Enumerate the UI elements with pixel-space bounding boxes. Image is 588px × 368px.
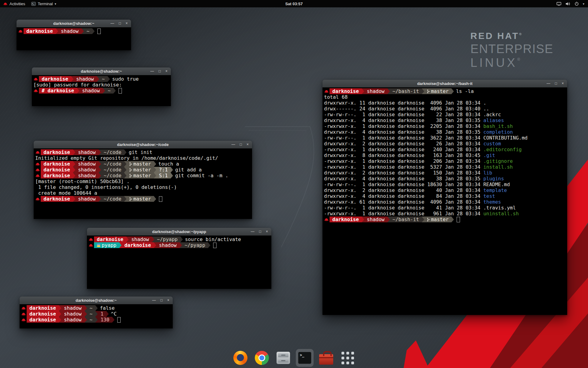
minimize-button[interactable]: — (232, 141, 235, 148)
close-button[interactable]: × (165, 67, 168, 75)
activities-button[interactable]: Activities (0, 0, 28, 7)
powerline-separator (124, 161, 126, 167)
file-name: .editorconfig (483, 147, 522, 152)
dock-chrome[interactable] (253, 349, 271, 367)
power-icon[interactable] (575, 2, 579, 6)
terminal-window[interactable]: darknoise@shadow:~/bash-it — □ × darknoi… (322, 80, 567, 315)
terminal-content[interactable]: darknoiseshadow~/bash-itmasterls -latota… (322, 87, 567, 315)
brand-linux-text: LINUX (470, 56, 517, 69)
titlebar[interactable]: darknoise@shadow:~/bash-it — □ × (322, 80, 567, 88)
toolbox-icon (319, 354, 333, 365)
minimize-button[interactable]: — (150, 67, 154, 75)
maximize-button[interactable]: □ (555, 80, 557, 87)
terminal-line: drwxrwxr-x. 2 darknoise darknoise 26 Jan… (324, 141, 567, 147)
terminal-line: -rwxrwxr-x. 1 darknoise darknoise 206 Ja… (324, 158, 567, 164)
terminal-line: drwxrwxr-x. 2 darknoise darknoise 40 Jan… (324, 187, 567, 193)
minimize-button[interactable]: — (152, 297, 156, 304)
minimize-button[interactable]: — (111, 20, 114, 27)
prompt-segment-user: darknoise (41, 173, 73, 178)
prompt-segment-user: darknoise (27, 311, 59, 317)
dock-firefox[interactable] (232, 349, 249, 367)
titlebar[interactable]: darknoise@shadow:~/pyapp — □ × (87, 228, 271, 236)
output-text: drwxrwxr-x. 4 darknoise darknoise 38 Jan… (324, 176, 483, 182)
terminal-window[interactable]: darknoise@shadow:~ — □ × darknoiseshadow… (17, 20, 131, 50)
redhat-prompt-icon (89, 243, 93, 247)
prompt-segment-path: ~ (99, 76, 108, 82)
powerline-separator (99, 196, 101, 202)
prompt-segment-git: master (424, 88, 451, 94)
desktop: RED HAT® ENTERPRISE LINUX® Activities Te… (0, 0, 588, 368)
close-button[interactable]: × (266, 228, 268, 236)
output-text: drwxrwxr-x. 61 darknoise darknoise 4096 … (324, 199, 483, 205)
powerline-separator (154, 161, 156, 167)
terminal-content[interactable]: darknoiseshadow~falsedarknoiseshadow~1^C… (20, 304, 173, 328)
file-name: .git (483, 152, 495, 158)
terminal-content[interactable]: darknoiseshadow~/codegit initInitialized… (34, 148, 252, 219)
close-button[interactable]: × (167, 297, 169, 304)
file-name: completion (483, 129, 513, 135)
terminal-content[interactable]: darknoiseshadow~ (17, 27, 131, 50)
output-text: drwxrwxr-x. 11 darknoise darknoise 4096 … (324, 100, 483, 106)
dock-files[interactable] (274, 349, 292, 367)
titlebar[interactable]: darknoise@shadow:~ — □ × (32, 67, 171, 75)
titlebar[interactable]: darknoise@shadow:~ — □ × (20, 297, 173, 305)
output-text: -rwxrwxr-x. 1 darknoise darknoise 961 Ja… (324, 211, 483, 217)
maximize-button[interactable]: □ (160, 297, 163, 304)
terminal-line: -rw-rw-r--. 1 darknoise darknoise 41 Jan… (324, 205, 567, 211)
output-text: create mode 100644 a (35, 190, 97, 196)
terminal-window[interactable]: darknoise@shadow:~ — □ × darknoiseshadow… (20, 297, 173, 328)
powerline-separator (73, 173, 75, 178)
terminal-window[interactable]: darknoise@shadow:~/pyapp — □ × darknoise… (87, 228, 271, 289)
terminal-content[interactable]: darknoiseshadow~sudo true[sudo] password… (32, 75, 171, 106)
brand-redhat: RED HAT® (470, 31, 553, 41)
titlebar[interactable]: darknoise@shadow:~/code — □ × (34, 141, 252, 149)
dock-toolbox[interactable] (317, 349, 335, 367)
powerline-separator (59, 311, 61, 317)
close-button[interactable]: × (126, 20, 128, 27)
registered-mark: ® (517, 57, 520, 62)
minimize-button[interactable]: — (251, 228, 254, 236)
system-status-area[interactable]: ▾ (556, 2, 588, 6)
powerline-separator (387, 88, 390, 94)
file-name: .ackrc (483, 112, 501, 117)
terminal-line: darknoiseshadow~/bash-itmaster (324, 217, 567, 222)
terminal-line: darknoiseshadow~false (21, 305, 172, 311)
output-text: -rw-rw-r--. 1 darknoise darknoise 18630 … (324, 182, 483, 187)
close-button[interactable]: × (562, 80, 564, 87)
output-text: -rwxrwxr-x. 1 darknoise darknoise 5327 J… (324, 164, 483, 170)
clock[interactable]: Sat 03:57 (285, 2, 303, 6)
terminal-line: drwxrwxr-x. 4 darknoise darknoise 38 Jan… (324, 176, 567, 182)
prompt-segment-path: ~ (87, 305, 96, 311)
maximize-button[interactable]: □ (259, 228, 261, 236)
terminal-content[interactable]: darknoiseshadow~/pyappsource bin/activat… (87, 236, 271, 289)
powerline-separator (124, 149, 126, 155)
display-icon[interactable] (556, 2, 561, 6)
maximize-button[interactable]: □ (159, 67, 161, 75)
terminal-window[interactable]: darknoise@shadow:~ — □ × darknoiseshadow… (32, 67, 171, 106)
terminal-icon: >_ (298, 352, 311, 364)
terminal-window[interactable]: darknoise@shadow:~/code — □ × darknoises… (34, 141, 252, 219)
powerline-separator (422, 88, 424, 94)
redhat-prompt-icon (324, 218, 329, 221)
file-name: lib (483, 170, 492, 176)
maximize-button[interactable]: □ (119, 20, 121, 27)
prompt-segment-user: darknoise (24, 28, 56, 34)
dock-terminal[interactable]: >_ (296, 349, 314, 367)
titlebar[interactable]: darknoise@shadow:~ — □ × (17, 20, 131, 28)
dock-show-apps[interactable] (339, 349, 356, 367)
prompt-segment-user: darknoise (39, 76, 71, 82)
app-menu-terminal[interactable]: Terminal ▾ (28, 0, 59, 7)
prompt-segment-git: master (126, 196, 154, 202)
chevron-down-icon[interactable]: ▾ (583, 2, 584, 6)
terminal-line: drwxrwxr-x. 61 darknoise darknoise 4096 … (324, 199, 567, 205)
prompt-segment-host: shadow (75, 173, 99, 178)
output-text: drwxrwxr-x. 2 darknoise darknoise 150 Ja… (324, 170, 483, 176)
prompt-segment-host: shadow (75, 167, 99, 173)
volume-icon[interactable] (565, 2, 571, 6)
minimize-button[interactable]: — (547, 80, 550, 87)
maximize-button[interactable]: □ (240, 141, 242, 148)
registered-mark: ® (519, 32, 522, 36)
redhat-prompt-icon (35, 197, 40, 201)
close-button[interactable]: × (247, 141, 249, 148)
powerline-separator (119, 242, 122, 248)
